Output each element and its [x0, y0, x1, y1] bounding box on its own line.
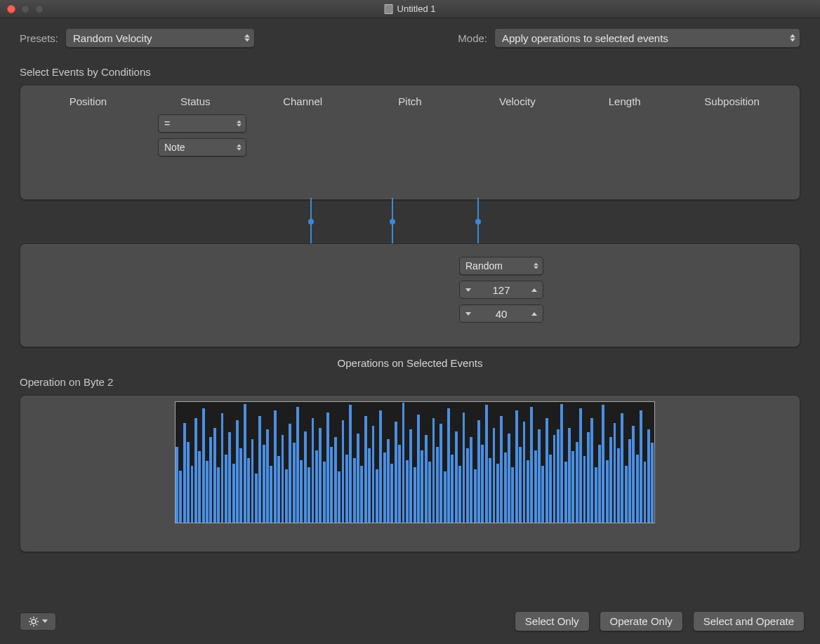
- titlebar: Untitled 1: [0, 0, 820, 18]
- chart-bar: [417, 415, 420, 523]
- chart-bar: [334, 437, 337, 523]
- inc-icon[interactable]: [526, 281, 543, 298]
- chart-bar: [191, 466, 194, 523]
- chart-bar: [179, 471, 182, 523]
- chart-bar: [647, 429, 650, 523]
- svg-marker-23: [42, 619, 48, 623]
- chart-bar: [209, 437, 212, 523]
- chart-bar: [277, 456, 280, 523]
- chart-bar: [590, 418, 593, 523]
- zoom-icon[interactable]: [35, 5, 44, 13]
- chart-bar: [576, 442, 578, 523]
- status-op-dropdown[interactable]: =: [158, 114, 246, 133]
- chevron-down-icon: [42, 619, 48, 623]
- chart-bar: [595, 467, 597, 523]
- chart-bar: [323, 462, 326, 523]
- chart-bar: [636, 455, 639, 523]
- chart-bar: [187, 442, 190, 523]
- chart-bar: [640, 410, 642, 523]
- svg-line-22: [37, 618, 38, 619]
- select-and-operate-button[interactable]: Select and Operate: [693, 611, 805, 631]
- select-only-button[interactable]: Select Only: [515, 611, 590, 631]
- chart-bar: [425, 435, 428, 523]
- chart-bar: [345, 455, 348, 523]
- byte2-panel: [20, 395, 800, 552]
- operate-only-button[interactable]: Operate Only: [600, 611, 683, 631]
- velocity-mode-dropdown[interactable]: Random: [459, 257, 543, 275]
- dec-icon[interactable]: [460, 281, 477, 298]
- chart-bar: [414, 467, 416, 523]
- close-icon[interactable]: [7, 5, 15, 13]
- chart-bar: [383, 452, 386, 523]
- chart-bar: [493, 428, 496, 523]
- chart-bar: [198, 451, 201, 523]
- byte2-chart[interactable]: [175, 401, 655, 523]
- chart-bar: [598, 445, 601, 523]
- col-position: Position: [34, 95, 142, 107]
- chart-bar: [436, 447, 439, 523]
- svg-marker-3: [790, 39, 795, 42]
- chart-bar: [571, 451, 574, 523]
- chart-bar: [504, 452, 507, 523]
- chart-bar: [368, 448, 371, 523]
- window-controls: [0, 5, 44, 13]
- svg-marker-6: [237, 145, 242, 147]
- chart-bar: [206, 461, 209, 523]
- chart-bar: [304, 431, 307, 523]
- chart-bar: [308, 467, 310, 523]
- chart-bar: [251, 439, 254, 523]
- inc-icon[interactable]: [526, 305, 543, 322]
- minimize-icon[interactable]: [21, 5, 29, 13]
- chart-bar: [221, 413, 224, 523]
- chart-bar: [270, 466, 272, 523]
- svg-marker-10: [465, 288, 471, 292]
- chart-bar: [326, 412, 329, 523]
- chart-bar: [583, 456, 586, 523]
- status-type-dropdown[interactable]: Note: [158, 138, 246, 156]
- svg-marker-4: [237, 121, 242, 123]
- chart-bar: [587, 432, 590, 523]
- chart-bar: [255, 474, 258, 523]
- velocity-value-2[interactable]: 40: [459, 304, 543, 323]
- chart-bar: [538, 429, 541, 523]
- chart-bar: [364, 416, 367, 523]
- chart-bar: [553, 435, 556, 523]
- dec-icon[interactable]: [460, 305, 477, 322]
- chevron-updown-icon: [237, 145, 242, 151]
- action-menu-button[interactable]: [20, 612, 56, 631]
- svg-marker-12: [465, 312, 471, 316]
- chart-bar: [360, 466, 363, 523]
- presets-label: Presets:: [20, 32, 58, 44]
- chart-bar: [379, 410, 382, 523]
- chart-bar: [477, 420, 480, 523]
- status-op-value: =: [164, 118, 170, 129]
- velocity-value-1[interactable]: 127: [459, 281, 543, 299]
- chart-bar: [395, 422, 397, 523]
- chart-bar: [511, 467, 514, 523]
- chart-bar: [274, 410, 277, 523]
- presets-dropdown[interactable]: Random Velocity: [65, 28, 255, 48]
- chart-bar: [632, 426, 635, 523]
- mode-dropdown[interactable]: Apply operations to selected events: [494, 28, 800, 48]
- gear-icon: [28, 616, 39, 627]
- chart-bar: [315, 450, 318, 523]
- chart-bar: [402, 403, 405, 523]
- chart-bar: [372, 426, 375, 523]
- window-title-text: Untitled 1: [397, 4, 436, 14]
- document-icon: [385, 4, 393, 14]
- chart-bar: [564, 462, 567, 523]
- presets-value: Random Velocity: [73, 32, 152, 44]
- chart-bar: [202, 408, 205, 523]
- mode-value: Apply operations to selected events: [502, 32, 668, 44]
- chart-bar: [447, 408, 450, 523]
- chart-bar: [357, 434, 359, 523]
- chart-bar: [519, 447, 522, 523]
- chart-bar: [481, 445, 484, 523]
- svg-marker-7: [237, 148, 242, 151]
- col-length: Length: [571, 95, 678, 107]
- chart-bar: [247, 458, 250, 523]
- svg-marker-13: [531, 312, 537, 316]
- chart-bar: [444, 471, 447, 523]
- chart-bar: [409, 429, 412, 523]
- connectors: [20, 200, 800, 243]
